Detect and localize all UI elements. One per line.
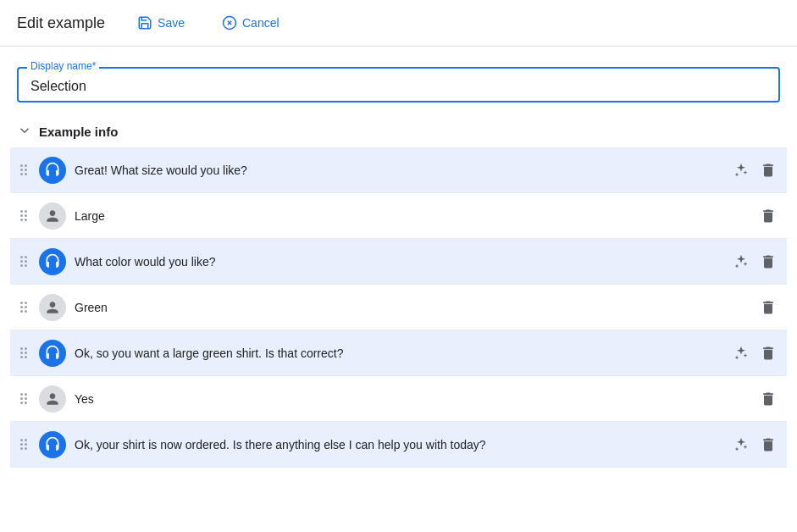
- row-actions: [729, 433, 780, 457]
- cancel-icon: [222, 15, 237, 30]
- sparkle-button[interactable]: [729, 250, 753, 274]
- display-name-field: Display name*: [17, 67, 780, 103]
- delete-button[interactable]: [756, 296, 780, 319]
- delete-button[interactable]: [756, 433, 780, 457]
- save-icon: [137, 15, 152, 30]
- conversation-text: Ok, your shirt is now ordered. Is there …: [75, 438, 721, 452]
- delete-icon: [760, 253, 777, 270]
- page-title: Edit example: [17, 14, 105, 32]
- drag-handle[interactable]: [17, 390, 30, 407]
- delete-icon: [760, 299, 777, 316]
- delete-icon: [760, 391, 777, 407]
- example-info-label: Example info: [39, 125, 118, 139]
- sparkle-icon: [733, 162, 750, 179]
- table-row: Ok, so you want a large green shirt. Is …: [10, 330, 787, 376]
- conversation-text: Yes: [75, 392, 748, 406]
- example-info-toggle[interactable]: Example info: [0, 109, 797, 147]
- delete-button[interactable]: [756, 341, 780, 365]
- row-actions: [729, 341, 780, 365]
- sparkle-button[interactable]: [729, 341, 753, 365]
- header: Edit example Save Cancel: [0, 0, 797, 47]
- row-actions: [729, 158, 780, 182]
- display-name-label: Display name*: [27, 60, 99, 72]
- conversation-text: Green: [75, 301, 748, 314]
- table-row: Yes: [10, 376, 787, 422]
- row-actions: [756, 387, 780, 411]
- table-row: What color would you like?: [10, 239, 787, 285]
- drag-handle[interactable]: [17, 435, 30, 453]
- user-avatar: [39, 202, 66, 230]
- chevron-down-icon: [17, 123, 32, 141]
- row-actions: [729, 250, 780, 274]
- drag-handle[interactable]: [17, 161, 30, 179]
- agent-avatar: [39, 248, 66, 275]
- agent-avatar: [39, 431, 66, 458]
- table-row: Ok, your shirt is now ordered. Is there …: [10, 422, 787, 468]
- delete-icon: [760, 162, 777, 179]
- delete-button[interactable]: [756, 387, 780, 411]
- save-button[interactable]: Save: [125, 10, 196, 36]
- delete-button[interactable]: [756, 250, 780, 274]
- conversation-text: What color would you like?: [75, 255, 721, 269]
- table-row: Large: [10, 193, 787, 239]
- agent-avatar: [39, 340, 66, 367]
- agent-avatar: [39, 157, 66, 184]
- sparkle-icon: [733, 345, 750, 362]
- conversation-text: Ok, so you want a large green shirt. Is …: [75, 346, 721, 360]
- sparkle-icon: [733, 436, 750, 453]
- row-actions: [756, 204, 780, 228]
- drag-handle[interactable]: [17, 344, 30, 362]
- sparkle-button[interactable]: [729, 433, 753, 457]
- conversation-text: Great! What size would you like?: [75, 163, 721, 177]
- drag-handle[interactable]: [17, 298, 30, 316]
- delete-icon: [760, 208, 777, 224]
- delete-button[interactable]: [756, 158, 780, 182]
- display-name-section: Display name*: [0, 47, 797, 109]
- conversation-list: Great! What size would you like? Large W…: [0, 147, 797, 468]
- drag-handle[interactable]: [17, 207, 30, 224]
- table-row: Green: [10, 285, 787, 330]
- display-name-input[interactable]: [30, 79, 767, 94]
- cancel-button[interactable]: Cancel: [210, 10, 291, 36]
- sparkle-icon: [733, 253, 750, 270]
- row-actions: [756, 296, 780, 319]
- delete-button[interactable]: [756, 204, 780, 228]
- user-avatar: [39, 294, 66, 321]
- user-avatar: [39, 385, 66, 413]
- drag-handle[interactable]: [17, 252, 30, 270]
- delete-icon: [760, 436, 777, 453]
- delete-icon: [760, 345, 777, 362]
- conversation-text: Large: [75, 209, 748, 223]
- sparkle-button[interactable]: [729, 158, 753, 182]
- table-row: Great! What size would you like?: [10, 147, 787, 193]
